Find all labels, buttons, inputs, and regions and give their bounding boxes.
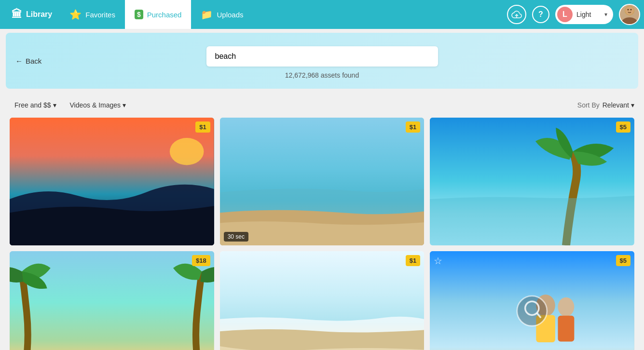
svg-point-7 — [170, 138, 204, 165]
main-header: 🏛 Library ⭐ Favorites $ Purchased 📁 Uplo… — [0, 0, 644, 29]
svg-point-3 — [625, 6, 634, 15]
tab-uploads-label: Uploads — [217, 11, 243, 19]
search-section: ← Back beach 12,672,968 assets found — [6, 33, 638, 89]
search-input[interactable]: beach — [206, 46, 438, 67]
card-image — [430, 118, 634, 245]
sort-value-text: Relevant — [603, 101, 629, 109]
library-label: Library — [26, 10, 52, 19]
svg-point-17 — [517, 296, 547, 326]
favorite-star-icon[interactable]: ☆ — [434, 255, 442, 267]
card-image — [10, 251, 214, 350]
price-badge: $1 — [406, 121, 420, 133]
tab-favorites[interactable]: ⭐ Favorites — [60, 0, 125, 29]
image-card[interactable]: $1 30 sec — [220, 118, 425, 245]
cloud-sync-button[interactable] — [507, 5, 526, 24]
price-filter-button[interactable]: Free and $$ ▾ — [10, 98, 61, 112]
library-icon: 🏛 — [12, 8, 22, 21]
image-grid: $1 $1 30 sec — [0, 118, 644, 350]
profile-avatar[interactable] — [619, 4, 640, 25]
tab-uploads[interactable]: 📁 Uploads — [191, 0, 253, 29]
dropdown-arrow-icon: ▾ — [604, 11, 607, 18]
price-badge: $18 — [192, 255, 210, 266]
svg-point-5 — [630, 9, 632, 11]
image-card[interactable]: $1 — [220, 251, 425, 350]
card-image — [220, 118, 425, 245]
image-card[interactable]: $5 ☆ 953084364 UPGRADE — [430, 251, 634, 350]
help-icon: ? — [538, 10, 543, 19]
sort-arrow-icon: ▾ — [631, 101, 634, 109]
svg-point-4 — [628, 9, 629, 11]
image-card[interactable]: $1 — [10, 118, 214, 245]
filter-bar: Free and $$ ▾ Videos & Images ▾ Sort By … — [0, 93, 644, 118]
cloud-icon — [511, 11, 522, 18]
tab-purchased-label: Purchased — [147, 11, 182, 19]
price-filter-label: Free and $$ — [14, 101, 51, 109]
back-label: Back — [26, 57, 41, 65]
help-button[interactable]: ? — [532, 6, 549, 23]
favorites-icon: ⭐ — [69, 9, 82, 20]
price-filter-arrow-icon: ▾ — [53, 101, 56, 109]
price-badge: $1 — [195, 121, 210, 133]
type-filter-arrow-icon: ▾ — [123, 101, 126, 109]
card-image — [10, 118, 214, 245]
back-button[interactable]: ← Back — [15, 57, 41, 65]
image-card[interactable]: $5 — [430, 118, 634, 245]
library-nav[interactable]: 🏛 Library — [4, 0, 60, 29]
header-right: ? L Light ▾ — [507, 4, 640, 25]
sort-controls: Sort By Relevant ▾ — [577, 101, 634, 109]
svg-point-15 — [558, 297, 575, 316]
sort-value-dropdown[interactable]: Relevant ▾ — [603, 101, 634, 109]
price-badge: $5 — [616, 121, 630, 133]
tab-favorites-label: Favorites — [85, 11, 115, 19]
user-dropdown[interactable]: L Light ▾ — [555, 5, 613, 24]
tab-purchased[interactable]: $ Purchased — [125, 0, 192, 29]
avatar-image — [620, 4, 639, 25]
card-image — [430, 251, 634, 350]
card-image — [220, 251, 425, 350]
purchased-icon: $ — [135, 10, 143, 19]
back-arrow-icon: ← — [15, 57, 23, 65]
user-avatar-initial: L — [557, 7, 573, 22]
duration-badge: 30 sec — [224, 232, 248, 242]
type-filter-button[interactable]: Videos & Images ▾ — [65, 98, 131, 112]
uploads-icon: 📁 — [201, 9, 213, 20]
type-filter-label: Videos & Images — [70, 101, 121, 109]
svg-rect-16 — [558, 316, 575, 342]
price-badge: $5 — [616, 255, 630, 266]
image-card[interactable]: $18 20 sec — [10, 251, 214, 350]
user-name: Light — [576, 11, 591, 18]
search-input-wrap: beach — [206, 46, 438, 67]
assets-found-count: 12,672,968 assets found — [285, 71, 359, 79]
svg-point-2 — [622, 17, 637, 25]
sort-label: Sort By — [577, 101, 600, 109]
price-badge: $1 — [406, 255, 420, 266]
